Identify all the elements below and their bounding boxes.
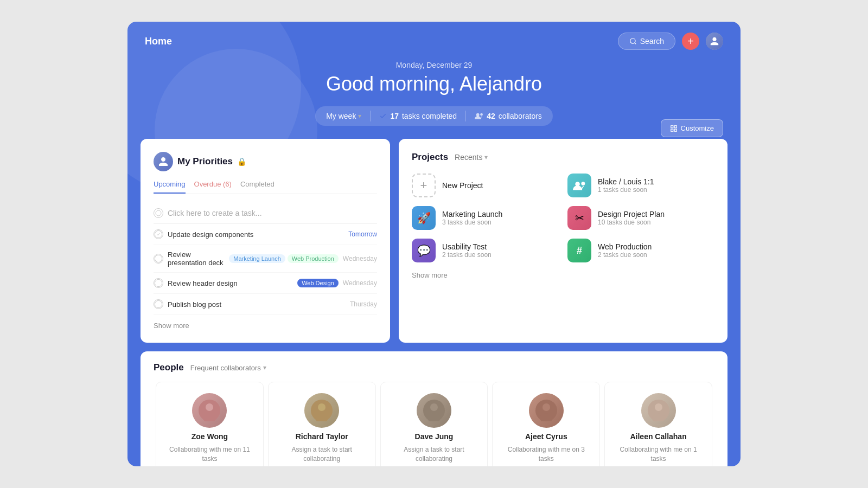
project-item-marketing[interactable]: 🚀 Marketing Launch 3 tasks due soon [412, 206, 559, 230]
hero-date: Monday, December 29 [145, 61, 723, 69]
svg-point-13 [581, 182, 585, 185]
frequency-selector[interactable]: Frequent collaborators ▾ [190, 364, 266, 372]
person-card-aileen[interactable]: Aileen Callahan Collaborating with me on… [604, 382, 712, 466]
search-label: Search [640, 37, 664, 46]
person-subtitle-ajeet: Collaborating with me on 3 tasks [501, 445, 591, 464]
person-name-zoe: Zoe Wong [192, 432, 228, 441]
people-card: People Frequent collaborators ▾ [141, 351, 727, 466]
people-title: People [154, 362, 184, 373]
stats-divider-2 [465, 111, 466, 121]
task-row[interactable]: Review header design Web Design Wednesda… [154, 273, 377, 294]
person-card-ajeet[interactable]: Ajeet Cyrus Collaborating with me on 3 t… [492, 382, 600, 466]
priorities-show-more[interactable]: Show more [154, 322, 377, 330]
collaborators-label: collaborators [499, 112, 542, 120]
hero-section: Monday, December 29 Good morning, Alejan… [127, 61, 741, 139]
tasks-completed-label: tasks completed [402, 112, 457, 120]
svg-point-6 [480, 113, 483, 116]
task-row[interactable]: Review presentation deck Marketing Launc… [154, 245, 377, 273]
webprod-project-icon: # [567, 239, 591, 262]
tag-marketing[interactable]: Marketing Launch [229, 254, 285, 263]
person-avatar-richard [304, 393, 339, 428]
project-item-blake[interactable]: Blake / Louis 1:1 1 tasks due soon [567, 174, 714, 197]
person-card-dave[interactable]: Dave Jung Assign a task to start collabo… [380, 382, 488, 466]
person-name-richard: Richard Taylor [296, 432, 348, 441]
person-subtitle-aileen: Collaborating with me on 1 tasks [614, 445, 703, 464]
task-check-2[interactable] [154, 254, 163, 264]
svg-point-9 [155, 255, 162, 262]
page-title: Home [145, 36, 172, 47]
task-check-4[interactable] [154, 299, 163, 309]
usability-project-icon: 💬 [412, 239, 436, 262]
collaborators-stat: 42 collaborators [475, 112, 542, 120]
project-item-usability[interactable]: 💬 Usability Test 2 tasks due soon [412, 239, 559, 262]
richard-avatar-icon [311, 400, 333, 421]
design-project-icon: ✂ [567, 206, 591, 230]
task-name-1: Update design components [168, 230, 344, 239]
svg-point-10 [155, 279, 162, 286]
tag-webdesign[interactable]: Web Design [297, 279, 339, 287]
ajeet-avatar-icon [535, 400, 557, 421]
task-check-3[interactable] [154, 278, 163, 288]
check-icon [379, 112, 387, 120]
person-subtitle-zoe: Collaborating with me on 11 tasks [165, 445, 254, 464]
header: Home Search + [127, 22, 741, 61]
task-row[interactable]: Publish blog post Thursday [154, 294, 377, 315]
people-header: People Frequent collaborators ▾ [154, 362, 714, 373]
zoe-avatar-icon [199, 400, 220, 421]
svg-point-0 [630, 38, 635, 43]
user-avatar[interactable] [706, 33, 723, 50]
task-due-4: Thursday [350, 300, 377, 308]
task-row[interactable]: Update design components Tomorrow [154, 224, 377, 245]
tab-completed[interactable]: Completed [240, 180, 275, 194]
tab-upcoming[interactable]: Upcoming [154, 180, 186, 194]
priorities-tabs: Upcoming Overdue (6) Completed [154, 180, 377, 194]
aileen-avatar-icon [648, 400, 669, 421]
recents-selector[interactable]: Recents ▾ [455, 153, 488, 162]
project-item-webprod[interactable]: # Web Production 2 tasks due soon [567, 239, 714, 262]
dave-avatar-icon [423, 400, 445, 421]
project-item-new[interactable]: + New Project [412, 174, 559, 197]
task-create[interactable]: Click here to create a task... [154, 203, 377, 224]
person-avatar-dave [417, 393, 451, 428]
project-info-usability: Usability Test 2 tasks due soon [442, 242, 492, 259]
tab-overdue[interactable]: Overdue (6) [194, 180, 232, 194]
people-grid: Zoe Wong Collaborating with me on 11 tas… [154, 382, 714, 466]
recents-chevron-icon: ▾ [484, 153, 488, 161]
search-icon [629, 37, 637, 45]
header-actions: Search + [618, 33, 723, 50]
add-button[interactable]: + [682, 33, 699, 50]
create-task-check [154, 208, 163, 218]
stats-bar: My week ▾ 17 tasks completed 42 collabor… [315, 106, 553, 126]
collaborators-icon [475, 112, 483, 120]
priorities-avatar [154, 152, 173, 171]
task-due-2: Wednesday [343, 255, 377, 262]
project-item-design[interactable]: ✂ Design Project Plan 10 tasks due soon [567, 206, 714, 230]
svg-point-11 [155, 300, 162, 307]
task-due-1: Tomorrow [348, 230, 377, 238]
search-button[interactable]: Search [618, 33, 675, 50]
projects-show-more[interactable]: Show more [412, 271, 714, 279]
projects-grid: + New Project Blake / Louis 1:1 1 tasks … [412, 174, 714, 262]
person-subtitle-richard: Assign a task to start collaborating [277, 445, 367, 464]
svg-point-15 [206, 403, 213, 411]
projects-card: Projects Recents ▾ + New Project [399, 139, 727, 343]
task-name-4: Publish blog post [168, 300, 346, 309]
frequency-chevron-icon: ▾ [263, 364, 266, 371]
new-project-icon: + [412, 174, 436, 197]
circle-icon [155, 210, 162, 216]
task-due-3: Wednesday [343, 279, 377, 287]
svg-point-8 [155, 230, 162, 237]
person-card-richard[interactable]: Richard Taylor Assign a task to start co… [268, 382, 376, 466]
task-check-1[interactable] [154, 229, 163, 239]
person-avatar-aileen [641, 393, 676, 428]
tag-webprod[interactable]: Web Production [288, 254, 339, 263]
task-circle-1 [154, 230, 163, 239]
person-card-zoe[interactable]: Zoe Wong Collaborating with me on 11 tas… [156, 382, 264, 466]
week-selector[interactable]: My week ▾ [326, 112, 361, 120]
user-icon [710, 36, 719, 46]
priorities-title: My Priorities [177, 156, 233, 167]
project-name-usability: Usability Test [442, 242, 492, 251]
svg-point-18 [318, 403, 326, 411]
person-avatar-zoe [192, 393, 227, 428]
project-name-blake: Blake / Louis 1:1 [598, 177, 654, 186]
